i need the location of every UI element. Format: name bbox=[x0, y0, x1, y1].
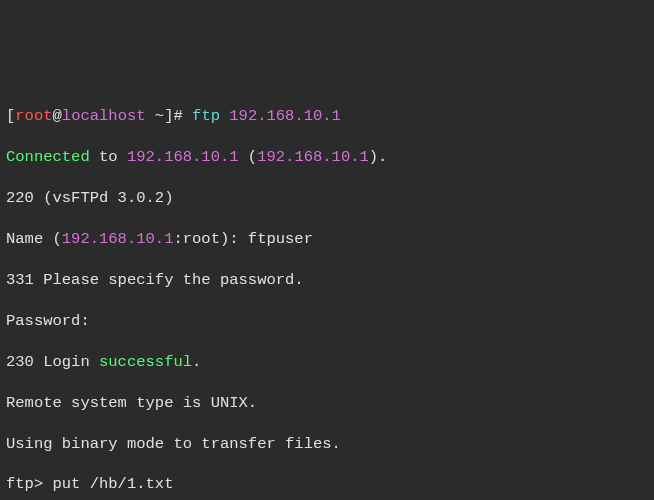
password-prompt-msg: 331 Please specify the password. bbox=[6, 270, 648, 290]
user: root bbox=[15, 107, 52, 125]
server-banner: 220 (vsFTPd 3.0.2) bbox=[6, 188, 648, 208]
login-success: 230 Login successful. bbox=[6, 352, 648, 372]
command: ftp bbox=[192, 107, 229, 125]
host: localhost bbox=[62, 107, 146, 125]
ip-arg: 192.168.10.1 bbox=[229, 107, 341, 125]
terminal-output: [root@localhost ~]# ftp 192.168.10.1 Con… bbox=[6, 86, 648, 500]
prompt-line: [root@localhost ~]# ftp 192.168.10.1 bbox=[6, 106, 648, 126]
binary-mode: Using binary mode to transfer files. bbox=[6, 434, 648, 454]
connected-line: Connected to 192.168.10.1 (192.168.10.1)… bbox=[6, 147, 648, 167]
system-type: Remote system type is UNIX. bbox=[6, 393, 648, 413]
password-label: Password: bbox=[6, 311, 648, 331]
name-prompt: Name (192.168.10.1:root): ftpuser bbox=[6, 229, 648, 249]
ftp-put: ftp> put /hb/1.txt bbox=[6, 474, 648, 494]
